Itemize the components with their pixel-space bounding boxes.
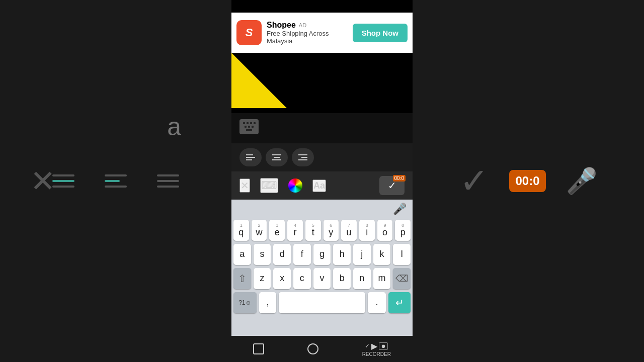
period-label: . (375, 298, 378, 308)
key-j[interactable]: j (353, 244, 371, 265)
recorder-button[interactable]: ✓ ▶ ⏺ RECORDER (362, 341, 391, 357)
mic-icon: 🎤 (393, 203, 407, 215)
shopee-logo: S (236, 20, 262, 45)
align-center-button[interactable] (266, 148, 288, 166)
check-icon-right: ✓ (459, 160, 489, 202)
text-format-button[interactable]: Aa (312, 179, 326, 192)
square-icon (253, 343, 264, 354)
key-t[interactable]: 5t (305, 220, 321, 241)
keyboard-top-bar: 🎤 (233, 203, 411, 217)
recorder-play-icon: ▶ (371, 341, 377, 351)
enter-icon: ↵ (395, 297, 404, 309)
key-m[interactable]: m (373, 268, 391, 289)
key-q[interactable]: 1q (233, 220, 249, 241)
hamburger-right-icon (157, 174, 179, 188)
enter-key[interactable]: ↵ (388, 292, 411, 313)
keyboard: 🎤 1q 2w 3e 4r 5t 6y 7u 8i 9o 0p a s d f … (231, 200, 413, 336)
ad-label: AD (299, 22, 306, 28)
key-d[interactable]: d (273, 244, 291, 265)
key-r[interactable]: 4r (287, 220, 303, 241)
comma-label: , (266, 298, 269, 308)
key-k[interactable]: k (373, 244, 391, 265)
left-panel: ✕ (0, 0, 231, 362)
circle-icon (307, 343, 318, 354)
phone-content: S Shopee AD Free Shipping Across Malaysi… (231, 0, 413, 362)
key-w[interactable]: 2w (252, 220, 267, 241)
shop-now-button[interactable]: Shop Now (353, 24, 408, 42)
key-y[interactable]: 6y (324, 220, 339, 241)
format-bar-left: ✕ ⌨ Aa (239, 178, 326, 193)
key-row-2: a s d f g h j k l (233, 244, 411, 265)
back-button[interactable] (253, 343, 264, 354)
ad-banner: S Shopee AD Free Shipping Across Malaysi… (231, 13, 413, 53)
keyboard-toggle-button[interactable]: ⌨ (260, 178, 278, 193)
mic-button[interactable]: 🎤 (393, 203, 407, 216)
ad-title-row: Shopee AD (267, 21, 348, 30)
symbols-key[interactable]: ?1☺ (233, 292, 257, 313)
key-row-3: ⇧ z x c v b n m ⌫ (233, 268, 411, 289)
close-icon: ✕ (30, 163, 55, 199)
home-button[interactable] (307, 343, 318, 354)
key-u[interactable]: 7u (341, 220, 357, 241)
timer-badge-right: 00:0 (509, 170, 545, 192)
triangle-area (231, 53, 413, 113)
right-panel: ✓ 00:0 🎤 (413, 0, 644, 362)
middle-dark-area: a (231, 113, 413, 143)
mic-icon-right: 🎤 (566, 166, 597, 196)
key-o[interactable]: 9o (377, 220, 393, 241)
color-picker-button[interactable] (288, 178, 302, 193)
key-h[interactable]: h (333, 244, 351, 265)
key-e[interactable]: 3e (269, 220, 285, 241)
format-timer: 00:0 (393, 175, 406, 182)
key-g[interactable]: g (313, 244, 331, 265)
recorder-label: RECORDER (362, 351, 391, 357)
left-icons (52, 174, 179, 188)
recorder-rec-icon: ⏺ (379, 342, 388, 350)
key-l[interactable]: l (393, 244, 411, 265)
align-left-button[interactable] (239, 148, 262, 166)
key-n[interactable]: n (353, 268, 371, 289)
shopee-s-letter: S (246, 26, 253, 39)
ad-brand-name: Shopee (267, 21, 296, 30)
hamburger-left-icon (52, 174, 74, 188)
key-c[interactable]: c (293, 268, 311, 289)
space-key[interactable] (279, 292, 365, 313)
shift-icon: ⇧ (238, 273, 247, 285)
key-p[interactable]: 0p (395, 220, 411, 241)
confirm-button[interactable]: ✓ 00:0 (379, 176, 405, 195)
yellow-triangle (231, 53, 287, 108)
symbols-label: ?1☺ (238, 299, 252, 306)
nav-bar: ✓ ▶ ⏺ RECORDER (231, 336, 413, 362)
hamburger-center-icon (105, 174, 127, 188)
key-i[interactable]: 8i (359, 220, 375, 241)
recorder-check-icon: ✓ (365, 342, 370, 349)
key-row-1: 1q 2w 3e 4r 5t 6y 7u 8i 9o 0p (233, 220, 411, 241)
align-right-button[interactable] (292, 148, 314, 166)
ad-subtitle: Free Shipping Across Malaysia (267, 30, 348, 45)
key-s[interactable]: s (254, 244, 271, 265)
period-key[interactable]: . (368, 292, 386, 313)
backspace-icon: ⌫ (395, 273, 408, 284)
key-row-bottom: ?1☺ , . ↵ (233, 292, 411, 313)
recorder-icon-wrap: ✓ ▶ ⏺ (365, 341, 388, 351)
comma-key[interactable]: , (259, 292, 276, 313)
key-a[interactable]: a (233, 244, 251, 265)
delete-key[interactable]: ⌫ (393, 268, 411, 289)
toolbar (231, 143, 413, 171)
key-z[interactable]: z (254, 268, 271, 289)
close-format-button[interactable]: ✕ (239, 178, 250, 193)
key-b[interactable]: b (333, 268, 351, 289)
shift-key[interactable]: ⇧ (233, 268, 251, 289)
format-bar: ✕ ⌨ Aa ✓ 00:0 (231, 171, 413, 200)
key-v[interactable]: v (313, 268, 331, 289)
key-x[interactable]: x (273, 268, 291, 289)
ad-text: Shopee AD Free Shipping Across Malaysia (267, 21, 348, 45)
key-f[interactable]: f (293, 244, 311, 265)
